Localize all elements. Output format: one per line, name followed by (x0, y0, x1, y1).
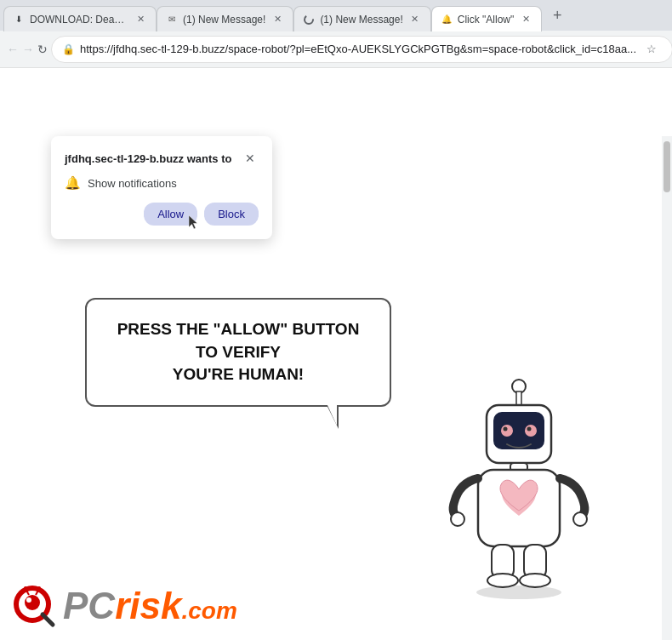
pcrisk-text: PCrisk.com (63, 585, 237, 627)
tab-3-close[interactable]: ✕ (408, 13, 422, 26)
svg-point-8 (504, 427, 508, 431)
tab-2[interactable]: ✉ (1) New Message! ✕ (157, 6, 293, 31)
robot-image (434, 368, 604, 606)
popup-actions: Allow Block (65, 203, 259, 226)
scrollbar[interactable] (662, 136, 672, 640)
new-tab-button[interactable]: + (545, 3, 569, 27)
tab-3-title: (1) New Message! (320, 14, 402, 26)
svg-point-24 (26, 597, 31, 603)
svg-point-0 (305, 15, 313, 24)
tab-2-title: (1) New Message! (183, 14, 265, 26)
svg-point-23 (25, 595, 40, 610)
tab-3[interactable]: (1) New Message! ✕ (293, 6, 430, 31)
reload-button[interactable]: ↻ (37, 37, 48, 61)
lock-icon: 🔒 (62, 43, 75, 55)
back-button[interactable]: ← (7, 37, 19, 61)
popup-permission-row: 🔔 Show notifications (65, 175, 259, 191)
tab-2-favicon: ✉ (166, 14, 178, 26)
popup-header: jfdhq.sec-tl-129-b.buzz wants to ✕ (65, 150, 259, 167)
tab-bar: ⬇ DOWNLOAD: Deadpo... ✕ ✉ (1) New Messag… (0, 0, 672, 31)
tab-3-favicon (303, 14, 315, 26)
svg-point-18 (487, 574, 518, 587)
star-button[interactable]: ☆ (641, 39, 662, 60)
svg-point-19 (520, 574, 550, 587)
svg-line-25 (43, 614, 53, 625)
speech-text: PRESS THE "ALLOW" BUTTON TO VERIFY YOU'R… (111, 318, 366, 386)
svg-point-15 (573, 512, 587, 526)
svg-point-20 (476, 586, 561, 599)
svg-point-11 (527, 427, 532, 431)
svg-point-29 (37, 586, 41, 590)
tab-4[interactable]: 🔔 Click "Allow" ✕ (431, 6, 543, 31)
url-text: https://jfdhq.sec-tl-129-b.buzz/space-ro… (80, 43, 636, 55)
svg-point-14 (451, 512, 464, 526)
scrollbar-thumb[interactable] (663, 141, 670, 192)
page-content: jfdhq.sec-tl-129-b.buzz wants to ✕ 🔔 Sho… (0, 68, 672, 640)
nav-bar: ← → ↻ 🔒 https://jfdhq.sec-tl-129-b.buzz/… (0, 31, 672, 68)
tab-1-favicon: ⬇ (13, 14, 25, 26)
notification-popup: jfdhq.sec-tl-129-b.buzz wants to ✕ 🔔 Sho… (51, 136, 272, 239)
tab-4-title: Click "Allow" (458, 14, 515, 26)
popup-site-text: jfdhq.sec-tl-129-b.buzz wants to (65, 152, 231, 165)
block-button[interactable]: Block (204, 203, 259, 226)
tab-1[interactable]: ⬇ DOWNLOAD: Deadpo... ✕ (3, 6, 157, 31)
pcrisk-icon (9, 580, 60, 631)
permission-label: Show notifications (88, 177, 177, 190)
tab-4-close[interactable]: ✕ (519, 13, 532, 26)
svg-point-10 (525, 425, 537, 437)
tab-1-close[interactable]: ✕ (134, 13, 147, 26)
allow-button[interactable]: Allow (144, 203, 197, 226)
forward-button[interactable]: → (22, 37, 34, 61)
address-bar[interactable]: 🔒 https://jfdhq.sec-tl-129-b.buzz/space-… (51, 36, 672, 63)
popup-close-button[interactable]: ✕ (242, 150, 259, 167)
browser-frame: ⬇ DOWNLOAD: Deadpo... ✕ ✉ (1) New Messag… (0, 0, 672, 640)
bell-icon: 🔔 (65, 175, 81, 191)
pcrisk-logo: PCrisk.com (9, 580, 237, 631)
speech-bubble: PRESS THE "ALLOW" BUTTON TO VERIFY YOU'R… (85, 298, 391, 407)
svg-point-28 (24, 586, 27, 590)
tab-4-favicon: 🔔 (441, 14, 453, 26)
tab-1-title: DOWNLOAD: Deadpo... (30, 14, 128, 26)
svg-point-7 (501, 425, 513, 437)
tab-2-close[interactable]: ✕ (271, 13, 284, 26)
